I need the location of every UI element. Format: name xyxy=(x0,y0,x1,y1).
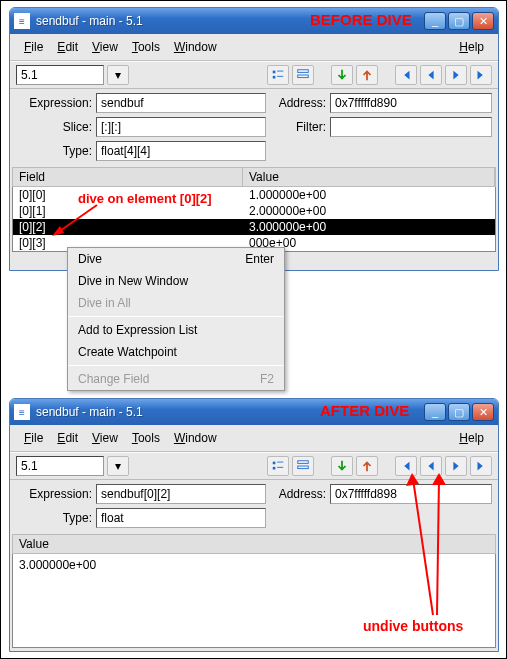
ctx-create-watchpoint[interactable]: Create Watchpoint xyxy=(68,341,284,363)
svg-rect-3 xyxy=(277,76,283,77)
value-header: Value xyxy=(12,534,496,554)
svg-rect-1 xyxy=(277,71,283,72)
ctx-separator xyxy=(68,365,284,366)
svg-rect-12 xyxy=(298,461,309,464)
menu-file[interactable]: File xyxy=(18,429,49,447)
type-input[interactable] xyxy=(96,508,266,528)
field-panel: Expression: Address: Slice: Filter: Type… xyxy=(10,89,498,167)
toolbar: 5.1 ▾ xyxy=(10,61,498,89)
close-button[interactable]: ✕ xyxy=(472,12,494,30)
window-title: sendbuf - main - 5.1 xyxy=(36,14,424,28)
menu-view[interactable]: View xyxy=(86,429,124,447)
table-row[interactable]: [0][1] 2.000000e+00 xyxy=(13,203,495,219)
type-label: Type: xyxy=(16,511,92,525)
svg-rect-10 xyxy=(273,467,276,470)
nav-first-icon[interactable] xyxy=(395,65,417,85)
menu-help[interactable]: Help xyxy=(453,38,490,56)
window-title: sendbuf - main - 5.1 xyxy=(36,405,424,419)
nav-next-icon[interactable] xyxy=(445,456,467,476)
filter-input[interactable] xyxy=(330,117,492,137)
app-icon: ≡ xyxy=(14,13,30,29)
menubar: File Edit View Tools Window Help xyxy=(10,425,498,452)
window-after: AFTER DIVE ≡ sendbuf - main - 5.1 _ ▢ ✕ … xyxy=(9,398,499,652)
value-body: 3.000000e+00 xyxy=(12,554,496,648)
field-panel: Expression: Address: Type: xyxy=(10,480,498,534)
context-menu: Dive Enter Dive in New Window Dive in Al… xyxy=(67,247,285,391)
svg-rect-2 xyxy=(273,76,276,79)
menu-tools[interactable]: Tools xyxy=(126,429,166,447)
combo-dropdown-button[interactable]: ▾ xyxy=(107,65,129,85)
svg-rect-8 xyxy=(273,462,276,465)
thread-combo[interactable]: 5.1 xyxy=(16,456,104,476)
value-text: 3.000000e+00 xyxy=(19,558,489,572)
combo-dropdown-button[interactable]: ▾ xyxy=(107,456,129,476)
view-icon-1[interactable] xyxy=(267,65,289,85)
titlebar: ≡ sendbuf - main - 5.1 _ ▢ ✕ xyxy=(10,8,498,34)
ctx-add-expression[interactable]: Add to Expression List xyxy=(68,319,284,341)
expression-input[interactable] xyxy=(96,484,266,504)
menu-view[interactable]: View xyxy=(86,38,124,56)
app-icon: ≡ xyxy=(14,404,30,420)
dive-up-icon[interactable] xyxy=(356,456,378,476)
expression-input[interactable] xyxy=(96,93,266,113)
col-field[interactable]: Field xyxy=(13,168,243,186)
type-label: Type: xyxy=(16,144,92,158)
view-icon-2[interactable] xyxy=(292,456,314,476)
view-icon-1[interactable] xyxy=(267,456,289,476)
window-buttons: _ ▢ ✕ xyxy=(424,12,494,30)
address-label: Address: xyxy=(270,96,326,110)
view-icon-2[interactable] xyxy=(292,65,314,85)
minimize-button[interactable]: _ xyxy=(424,403,446,421)
menu-edit[interactable]: Edit xyxy=(51,38,84,56)
nav-last-icon[interactable] xyxy=(470,456,492,476)
table-row[interactable]: [0][0] 1.000000e+00 xyxy=(13,187,495,203)
nav-prev-icon[interactable] xyxy=(420,65,442,85)
expression-label: Expression: xyxy=(16,487,92,501)
undive-first-icon[interactable] xyxy=(395,456,417,476)
titlebar: ≡ sendbuf - main - 5.1 _ ▢ ✕ xyxy=(10,399,498,425)
menu-tools[interactable]: Tools xyxy=(126,38,166,56)
svg-rect-0 xyxy=(273,71,276,74)
toolbar: 5.1 ▾ xyxy=(10,452,498,480)
menu-help[interactable]: Help xyxy=(453,429,490,447)
svg-rect-9 xyxy=(277,462,283,463)
type-input[interactable] xyxy=(96,141,266,161)
window-before: BEFORE DIVE ≡ sendbuf - main - 5.1 _ ▢ ✕… xyxy=(9,7,499,271)
svg-rect-11 xyxy=(277,467,283,468)
svg-rect-4 xyxy=(298,70,309,73)
address-input[interactable] xyxy=(330,93,492,113)
nav-last-icon[interactable] xyxy=(470,65,492,85)
dive-up-icon[interactable] xyxy=(356,65,378,85)
slice-label: Slice: xyxy=(16,120,92,134)
thread-combo[interactable]: 5.1 xyxy=(16,65,104,85)
expression-label: Expression: xyxy=(16,96,92,110)
table-body: [0][0] 1.000000e+00 [0][1] 2.000000e+00 … xyxy=(12,187,496,252)
menu-edit[interactable]: Edit xyxy=(51,429,84,447)
address-input[interactable] xyxy=(330,484,492,504)
ctx-dive-new-window[interactable]: Dive in New Window xyxy=(68,270,284,292)
dive-down-icon[interactable] xyxy=(331,456,353,476)
ctx-separator xyxy=(68,316,284,317)
slice-input[interactable] xyxy=(96,117,266,137)
table-header: Field Value xyxy=(12,167,496,187)
svg-rect-13 xyxy=(298,466,309,469)
ctx-dive-all: Dive in All xyxy=(68,292,284,314)
menubar: File Edit View Tools Window Help xyxy=(10,34,498,61)
maximize-button[interactable]: ▢ xyxy=(448,403,470,421)
menu-file[interactable]: File xyxy=(18,38,49,56)
svg-rect-5 xyxy=(298,75,309,78)
ctx-dive[interactable]: Dive Enter xyxy=(68,248,284,270)
close-button[interactable]: ✕ xyxy=(472,403,494,421)
ctx-change-field: Change Field F2 xyxy=(68,368,284,390)
address-label: Address: xyxy=(270,487,326,501)
maximize-button[interactable]: ▢ xyxy=(448,12,470,30)
menu-window[interactable]: Window xyxy=(168,38,223,56)
col-value[interactable]: Value xyxy=(243,168,495,186)
filter-label: Filter: xyxy=(270,120,326,134)
dive-down-icon[interactable] xyxy=(331,65,353,85)
table-row-selected[interactable]: [0][2] 3.000000e+00 xyxy=(13,219,495,235)
undive-prev-icon[interactable] xyxy=(420,456,442,476)
nav-next-icon[interactable] xyxy=(445,65,467,85)
minimize-button[interactable]: _ xyxy=(424,12,446,30)
menu-window[interactable]: Window xyxy=(168,429,223,447)
